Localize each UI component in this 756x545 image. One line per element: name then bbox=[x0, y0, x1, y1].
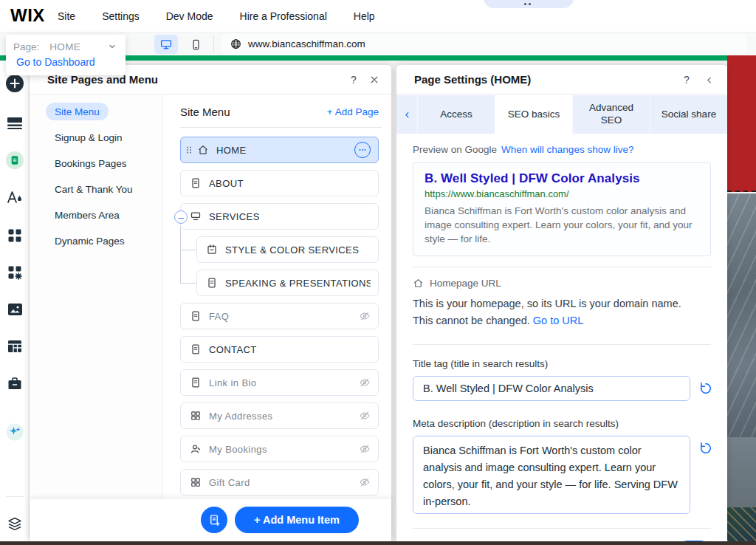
sidebar-item-members-area[interactable]: Members Area bbox=[46, 206, 128, 224]
tabs-scroll-left-button[interactable] bbox=[396, 95, 417, 134]
member-icon bbox=[190, 410, 202, 422]
site-url-text: www.biancaschiffman.com bbox=[248, 38, 365, 49]
hidden-page-icon bbox=[359, 410, 371, 422]
menu-list-header: Site Menu + Add Page bbox=[180, 106, 411, 118]
site-url-bar[interactable]: www.biancaschiffman.com bbox=[221, 34, 747, 54]
chevron-down-icon bbox=[108, 42, 117, 51]
tab-access[interactable]: Access bbox=[417, 95, 495, 134]
wix-logo: WIX bbox=[10, 5, 45, 26]
google-preview-description: Bianca Schiffman is Fort Worth's custom … bbox=[425, 204, 699, 246]
preview-on-google-label: Preview on Google bbox=[413, 144, 497, 155]
add-page-icon bbox=[208, 514, 221, 527]
menu-item-label: STYLE & COLOR SERVICES bbox=[225, 244, 359, 256]
section-divider bbox=[413, 528, 711, 529]
title-tag-label: Title tag (title in search results) bbox=[413, 358, 711, 369]
member-icon bbox=[190, 476, 202, 488]
section-divider bbox=[413, 267, 711, 267]
close-icon[interactable] bbox=[368, 73, 381, 86]
drag-handle-icon[interactable] bbox=[185, 144, 193, 156]
menu-hire-a-professional[interactable]: Hire a Professional bbox=[240, 10, 327, 22]
menu-item-about[interactable]: ABOUT bbox=[180, 170, 379, 196]
sections-icon[interactable] bbox=[5, 114, 24, 133]
menu-item-my-bookings[interactable]: My Bookings bbox=[180, 436, 379, 462]
more-actions-button[interactable] bbox=[354, 142, 371, 158]
tab-seo-basics[interactable]: SEO basics bbox=[495, 95, 572, 134]
menu-item-label: Link in Bio bbox=[209, 377, 256, 388]
homepage-url-text: This is your homepage, so its URL is you… bbox=[413, 295, 701, 329]
menu-item-faq[interactable]: FAQ bbox=[180, 303, 379, 329]
pages-panel-footer: + Add Menu Item bbox=[30, 499, 391, 541]
top-menus: SiteSettingsDev ModeHire a ProfessionalH… bbox=[58, 0, 375, 32]
mobile-view-button[interactable] bbox=[184, 35, 207, 54]
media-icon[interactable] bbox=[5, 300, 24, 319]
sidebar-item-cart-thank-you[interactable]: Cart & Thank You bbox=[46, 180, 142, 198]
sidebar-item-site-menu[interactable]: Site Menu bbox=[46, 103, 109, 120]
cms-icon[interactable] bbox=[5, 263, 24, 282]
truncated-top-button[interactable] bbox=[484, 0, 574, 8]
page-icon bbox=[190, 343, 202, 355]
home-icon bbox=[413, 278, 424, 289]
booking-icon bbox=[206, 244, 218, 256]
add-elements-icon[interactable] bbox=[5, 74, 24, 93]
site-preview-image bbox=[727, 193, 756, 437]
menu-list-title: Site Menu bbox=[180, 106, 230, 118]
section-divider bbox=[413, 344, 711, 345]
globe-icon bbox=[230, 38, 241, 49]
hidden-page-icon bbox=[359, 377, 371, 388]
go-to-url-link[interactable]: Go to URL bbox=[533, 315, 584, 326]
menu-item-gift-card[interactable]: Gift Card bbox=[180, 469, 379, 496]
sidebar-item-dynamic-pages[interactable]: Dynamic Pages bbox=[46, 232, 134, 250]
page-selector[interactable]: Page: HOME bbox=[13, 39, 118, 54]
reset-title-button[interactable] bbox=[699, 382, 712, 395]
menu-item-services[interactable]: SERVICES– bbox=[180, 203, 379, 230]
seo-basics-content: Preview on Google When will changes show… bbox=[396, 134, 727, 541]
person-icon bbox=[190, 443, 202, 455]
changes-live-link[interactable]: When will changes show live? bbox=[501, 144, 633, 155]
reset-icon bbox=[699, 382, 712, 395]
page-icon bbox=[190, 177, 202, 189]
menu-item-label: My Addresses bbox=[209, 411, 272, 422]
menu-item-label: CONTACT bbox=[209, 344, 257, 355]
menu-item-home[interactable]: HOME bbox=[180, 137, 379, 163]
google-preview-card: B. Well Styled | DFW Color Analysis http… bbox=[413, 162, 711, 256]
app-market-icon[interactable] bbox=[5, 226, 24, 245]
menu-item-speaking-presentations[interactable]: SPEAKING & PRESENTATIONS bbox=[196, 270, 379, 296]
tab-social-share[interactable]: Social share bbox=[650, 95, 727, 134]
title-tag-input[interactable] bbox=[413, 376, 690, 401]
menu-item-style-color-services[interactable]: STYLE & COLOR SERVICES bbox=[196, 236, 379, 263]
meta-description-textarea[interactable]: Bianca Schiffman is Fort Worth's custom … bbox=[413, 436, 690, 514]
menu-item-contact[interactable]: CONTACT bbox=[180, 336, 379, 363]
menu-item-label: HOME bbox=[216, 145, 247, 156]
collapse-subpages-button[interactable]: – bbox=[174, 210, 188, 224]
rail-divider bbox=[6, 496, 24, 497]
help-icon[interactable]: ? bbox=[347, 73, 360, 86]
menu-dev-mode[interactable]: Dev Mode bbox=[166, 10, 213, 22]
desktop-view-button[interactable] bbox=[154, 35, 178, 54]
reset-description-button[interactable] bbox=[699, 442, 712, 455]
layers-icon[interactable] bbox=[5, 515, 24, 534]
add-menu-item-button[interactable]: + Add Menu Item bbox=[235, 507, 359, 533]
menu-item-my-addresses[interactable]: My Addresses bbox=[180, 402, 379, 429]
content-manager-icon[interactable] bbox=[5, 337, 24, 356]
go-to-dashboard-link[interactable]: Go to Dashboard bbox=[16, 56, 118, 68]
home-icon bbox=[197, 144, 209, 156]
pages-and-menu-icon[interactable] bbox=[5, 151, 24, 170]
menu-help[interactable]: Help bbox=[354, 10, 375, 22]
dropdown-icon bbox=[190, 210, 202, 222]
settings-panel-header: Page Settings (HOME) ? bbox=[396, 65, 727, 95]
menu-site[interactable]: Site bbox=[58, 10, 75, 22]
tab-advanced-seo[interactable]: Advanced SEO bbox=[572, 95, 650, 134]
collapse-panel-icon[interactable] bbox=[702, 73, 715, 86]
ai-tools-icon[interactable] bbox=[5, 422, 24, 442]
help-icon[interactable]: ? bbox=[680, 73, 693, 86]
sidebar-item-bookings-pages[interactable]: Bookings Pages bbox=[46, 154, 136, 172]
sidebar-item-signup-login[interactable]: Signup & Login bbox=[46, 128, 131, 146]
business-tools-icon[interactable] bbox=[5, 374, 24, 393]
page-label: Page: bbox=[13, 41, 39, 52]
add-page-button[interactable]: + Add Page bbox=[327, 106, 379, 117]
quick-add-page-button[interactable] bbox=[201, 507, 227, 533]
menu-item-link-in-bio[interactable]: Link in Bio bbox=[180, 369, 379, 396]
menu-settings[interactable]: Settings bbox=[102, 10, 140, 22]
settings-panel-title: Page Settings (HOME) bbox=[414, 73, 531, 86]
site-design-icon[interactable] bbox=[5, 188, 24, 207]
